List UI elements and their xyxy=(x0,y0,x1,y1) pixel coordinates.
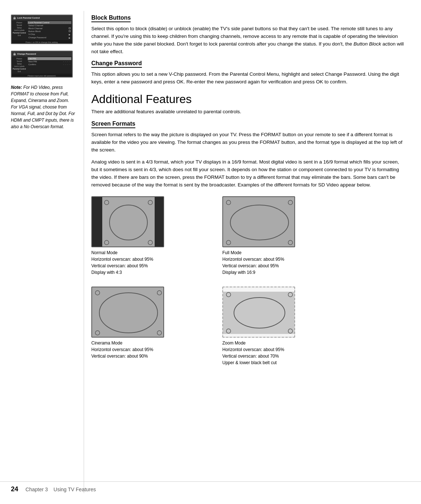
page-number: 24 xyxy=(11,485,18,493)
note-section: Note: For HD Video, press FORMAT to choo… xyxy=(11,84,76,130)
nav-picture: Picture xyxy=(16,21,22,24)
format-zoom-line2: Vertical overscan: about 70% xyxy=(222,353,339,359)
page-footer: 24 Chapter 3 Using TV Features xyxy=(0,481,421,497)
left-sidebar: Lock Parental Control Picture Sound Setu… xyxy=(0,11,84,493)
note-bold-label: Note: xyxy=(11,85,22,90)
svg-rect-3 xyxy=(92,197,102,247)
footer-chapter: Chapter 3 Using TV Features xyxy=(25,487,96,492)
additional-features-intro: There are additional features available … xyxy=(91,108,406,116)
screen-formats-text1: Screen format refers to the way the pict… xyxy=(91,131,406,154)
format-cinerama: Cinerama Mode Horizontol overscan: about… xyxy=(91,287,208,366)
note-text: For HD Video, press FORMAT to choose fro… xyxy=(11,85,75,129)
menu-item-change-password: Change Password ▶ xyxy=(28,36,71,39)
format-normal-line3: Display with 4:3 xyxy=(91,269,208,276)
nav2-sound: Sound xyxy=(17,60,22,62)
format-zoom-title: Zoom Mode xyxy=(222,340,339,346)
format-diagram-full xyxy=(222,196,295,247)
format-full: Full Mode Horizontol overscan: about 95%… xyxy=(222,196,339,276)
tv-screen2-footer: Please input your old password. xyxy=(12,75,72,77)
menu-item-button-block: Button Block xyxy=(28,30,71,33)
screen-formats-heading: Screen Formats xyxy=(91,121,406,128)
menu-new-pin: New PIN - - - - xyxy=(28,60,71,63)
format-normal-title: Normal Mode xyxy=(91,249,208,256)
nav-sound: Sound xyxy=(17,24,22,26)
format-full-line1: Horizontol overscan: about 95% xyxy=(222,256,339,263)
format-zoom-line3: Upper & lower black belt cut xyxy=(222,359,339,366)
format-cinerama-label: Cinerama Mode Horizontol overscan: about… xyxy=(91,340,208,359)
block-buttons-text: Select this option to block (disable) or… xyxy=(91,25,406,56)
tv-screen-1: Lock Parental Control Picture Sound Setu… xyxy=(11,15,76,44)
format-cinerama-line1: Horizontol overscan: about 95% xyxy=(91,346,208,353)
svg-rect-24 xyxy=(223,287,295,292)
additional-features-heading: Additional Features xyxy=(91,92,406,106)
block-buttons-heading: Block Buttons xyxy=(91,15,406,22)
nav2-list-labels: List & Labels xyxy=(14,65,25,67)
nav2-parental: Parental Control xyxy=(13,68,26,70)
tv-screen2-title: Change Password xyxy=(17,53,36,55)
change-password-text: This option allows you to set a new V-Ch… xyxy=(91,71,406,86)
nav-parental: Parental Control xyxy=(13,32,26,34)
format-normal-label: Normal Mode Horizontol overscan: about 9… xyxy=(91,249,208,276)
button-block-italic: Button Block xyxy=(353,41,381,47)
format-zoom-line1: Horizontol overscan: about 95% xyxy=(222,346,339,353)
svg-rect-17 xyxy=(92,287,164,338)
menu-item-select-channel: Select Channel xyxy=(28,24,71,27)
format-cinerama-title: Cinerama Mode xyxy=(91,340,208,346)
menu-item-block-channel: Block Channel xyxy=(28,27,71,30)
format-diagram-zoom xyxy=(222,287,295,338)
nav2-exit: Exit xyxy=(18,70,21,72)
format-full-title: Full Mode xyxy=(222,249,339,256)
tv-screen1-footer: Press > or OK to change this setting. xyxy=(12,41,72,43)
format-full-line3: Display with 16:9 xyxy=(222,269,339,276)
svg-rect-25 xyxy=(223,334,295,338)
format-zoom: Zoom Mode Horizontol overscan: about 95%… xyxy=(222,287,339,366)
svg-rect-0 xyxy=(13,17,16,19)
format-full-label: Full Mode Horizontol overscan: about 95%… xyxy=(222,249,339,276)
format-full-line2: Vertical overscan: about 95% xyxy=(222,263,339,269)
nav-list-labels: List & Labels xyxy=(14,29,25,31)
lock-icon-2 xyxy=(13,52,16,56)
screen-formats-text2: Analog video is sent in a 4/3 format, wh… xyxy=(91,158,406,189)
tv-screen1-title: Lock Parental Control xyxy=(17,17,40,19)
format-diagrams: Normal Mode Horizontol overscan: about 9… xyxy=(91,196,339,366)
format-normal: Normal Mode Horizontol overscan: about 9… xyxy=(91,196,208,276)
menu-item-lock: Lock Parental Control - - - - xyxy=(28,21,71,24)
format-normal-line2: Vertical overscan: about 95% xyxy=(91,263,208,269)
chapter-section: Using TV Features xyxy=(53,487,96,492)
svg-rect-1 xyxy=(13,54,16,55)
format-zoom-label: Zoom Mode Horizontol overscan: about 95%… xyxy=(222,340,339,366)
lock-icon xyxy=(13,16,16,20)
menu-old-pin: Old PIN - - - - xyxy=(28,57,71,60)
nav2-setup: Setup xyxy=(17,63,21,65)
format-diagram-normal xyxy=(91,196,164,247)
format-diagram-cinerama xyxy=(91,287,164,338)
format-cinerama-line2: Vertical overscan: about 90% xyxy=(91,353,208,359)
format-normal-line1: Horizontol overscan: about 95% xyxy=(91,256,208,263)
menu-item-vchip: V-Chip ▶ xyxy=(28,33,71,36)
nav-exit: Exit xyxy=(18,34,21,36)
nav2-picture: Picture xyxy=(16,58,22,60)
nav-setup: Setup xyxy=(17,27,21,29)
menu-confirm: Confirm - - - - xyxy=(28,63,71,66)
svg-rect-4 xyxy=(155,197,164,247)
tv-screen-2: Change Password Picture Sound Setup List… xyxy=(11,51,76,78)
change-password-heading: Change Password xyxy=(91,60,406,68)
main-content: Block Buttons Select this option to bloc… xyxy=(84,11,421,493)
chapter-label: Chapter 3 xyxy=(25,487,48,492)
